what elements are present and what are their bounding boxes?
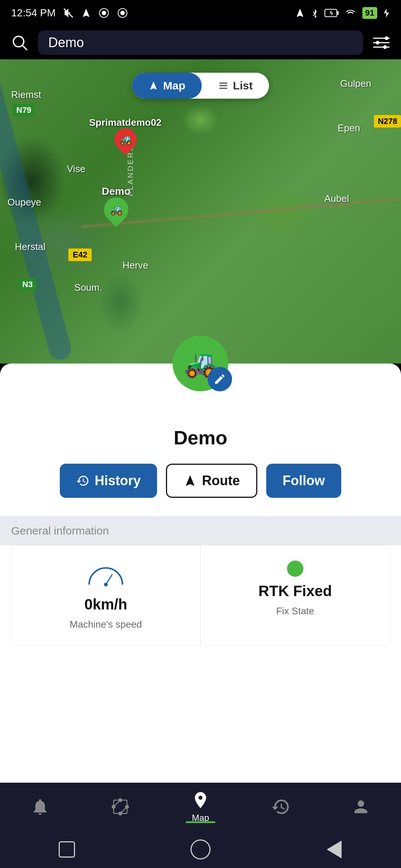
general-info-header: General information: [0, 516, 401, 545]
action-buttons: History Route Follow: [11, 464, 390, 498]
pin-sprimatdemo: Sprimatdemo02 🚜: [89, 117, 162, 151]
map-label-herve: Herve: [123, 260, 148, 271]
nav-item-history[interactable]: [271, 797, 290, 816]
svg-point-26: [119, 812, 122, 815]
bottom-nav: Map: [0, 783, 401, 831]
svg-point-25: [125, 805, 128, 808]
circle-icon-1: [98, 7, 110, 19]
bell-icon: [30, 797, 50, 816]
system-square-btn[interactable]: [56, 838, 78, 861]
nav-icon: [81, 7, 91, 19]
nav-item-map[interactable]: Map: [191, 790, 210, 823]
status-right: 91: [295, 7, 390, 19]
speed-value: 0km/h: [84, 596, 127, 613]
svg-point-17: [383, 45, 387, 49]
search-bar: Demo: [0, 26, 401, 59]
location-icon: [295, 8, 305, 18]
info-cards: 0km/h Machine's speed RTK Fixed Fix Stat…: [11, 545, 390, 645]
road-n278: N278: [374, 115, 401, 128]
map-label-gulpen: Gulpen: [340, 78, 371, 89]
map-area[interactable]: Riemst Gulpen Epen Vise Oupeye Aubel Her…: [0, 59, 401, 364]
system-back-btn[interactable]: [323, 838, 345, 861]
status-left: 12:54 PM: [11, 7, 128, 19]
svg-point-16: [376, 41, 379, 45]
nav-item-profile[interactable]: [351, 797, 371, 816]
shapes-icon: [111, 797, 130, 816]
profile-icon: [351, 797, 371, 816]
map-list-toggle[interactable]: Map List: [132, 73, 269, 99]
charging-icon: [382, 8, 390, 18]
rtk-dot: [287, 560, 303, 577]
rtk-card: RTK Fixed Fix State: [200, 545, 390, 645]
map-label-herstal: Herstal: [15, 241, 45, 253]
svg-point-2: [102, 11, 106, 15]
map-toggle-list[interactable]: List: [202, 73, 269, 99]
speed-card: 0km/h Machine's speed: [11, 545, 200, 645]
mute-icon: [62, 7, 74, 19]
speed-label: Machine's speed: [70, 619, 142, 630]
device-name: Demo: [11, 427, 390, 449]
system-home-btn[interactable]: [189, 838, 212, 861]
wifi-icon: [344, 8, 357, 18]
avatar-wrapper: 🚜: [0, 364, 401, 393]
panel-content: Demo History Route Follow General inform…: [0, 393, 401, 657]
history-button[interactable]: History: [60, 464, 157, 498]
road-e42: E42: [68, 249, 92, 261]
status-time: 12:54 PM: [11, 7, 56, 19]
map-nav-icon: [191, 790, 210, 810]
map-label-epen: Epen: [338, 122, 360, 134]
nav-item-shapes[interactable]: [111, 797, 130, 816]
map-label-vise: Vise: [67, 163, 85, 175]
speedometer-icon: [85, 560, 126, 590]
pin-demo: Demo 🚜: [102, 185, 131, 222]
nav-item-alerts[interactable]: [30, 797, 50, 816]
svg-point-19: [104, 583, 108, 586]
history-nav-icon: [271, 797, 290, 816]
bluetooth-icon: [310, 8, 319, 18]
map-label-soum: Soum.: [74, 282, 102, 293]
road-n79: N79: [13, 104, 35, 116]
svg-point-15: [385, 36, 388, 40]
red-pin-dot: 🚜: [110, 124, 141, 155]
map-label-riemst: Riemst: [11, 89, 41, 101]
search-input[interactable]: Demo: [38, 30, 363, 55]
svg-rect-20: [114, 800, 127, 813]
green-pin-dot: 🚜: [99, 192, 133, 227]
battery-charging-icon: [325, 8, 339, 18]
svg-point-24: [119, 799, 122, 802]
circle-icon-2: [117, 7, 128, 19]
status-bar: 12:54 PM: [0, 0, 401, 26]
edit-badge[interactable]: [208, 367, 232, 391]
route-button[interactable]: Route: [166, 464, 257, 498]
filter-icon[interactable]: [369, 30, 394, 55]
map-label-aubel: Aubel: [325, 193, 349, 204]
svg-line-11: [22, 45, 27, 50]
system-nav: [0, 831, 401, 868]
bottom-panel: 🚜 Demo History Route: [0, 364, 401, 846]
svg-point-4: [121, 11, 124, 15]
rtk-status: RTK Fixed: [258, 583, 332, 599]
road-n3: N3: [19, 278, 36, 291]
battery-level: 91: [362, 7, 377, 19]
tractor-avatar: 🚜: [173, 336, 228, 391]
search-icon[interactable]: [7, 30, 32, 55]
svg-rect-6: [337, 11, 339, 15]
map-background: [0, 59, 401, 364]
follow-button[interactable]: Follow: [266, 464, 341, 498]
rtk-label: Fix State: [276, 605, 314, 617]
active-bar: [186, 821, 215, 823]
svg-point-23: [112, 805, 115, 808]
map-toggle-map[interactable]: Map: [132, 73, 202, 99]
map-label-oupeye: Oupeye: [7, 197, 41, 208]
